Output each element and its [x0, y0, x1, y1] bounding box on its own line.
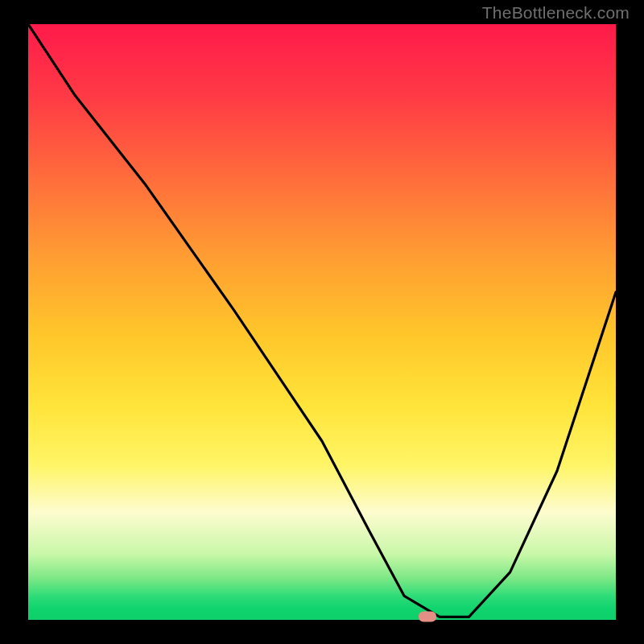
optimal-point-marker: [419, 612, 436, 622]
bottleneck-curve: [28, 24, 616, 620]
watermark-text: TheBottleneck.com: [482, 3, 630, 23]
plot-area: [28, 24, 616, 620]
chart-frame: TheBottleneck.com: [0, 0, 644, 644]
